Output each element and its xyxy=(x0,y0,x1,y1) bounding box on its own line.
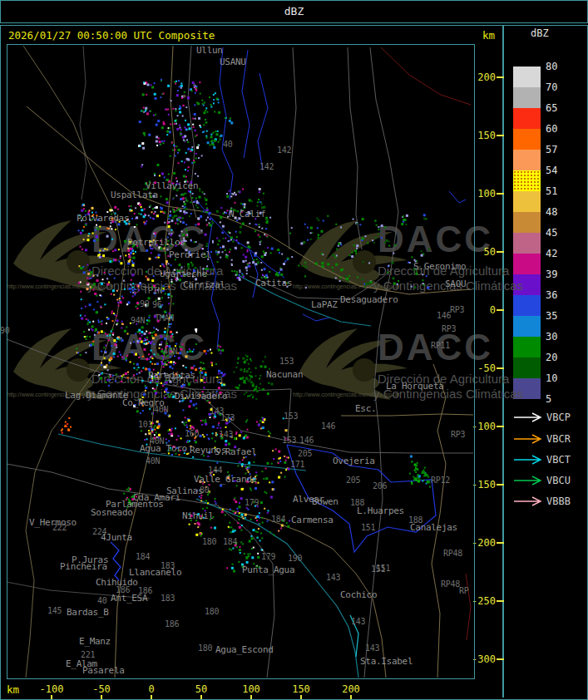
watermark-dacc-text: DACC xyxy=(91,219,207,260)
watermark-dacc-text: DACC xyxy=(378,219,493,260)
watermark-line1: Dirección de Agricultura xyxy=(91,372,223,386)
radar-app-window: dBZ 2026/01/27 00:50:00 UTC Composite km… xyxy=(0,0,588,700)
watermark-url: http://www.contingencias.mendoza.gov.ar xyxy=(7,283,114,289)
watermark-url: http://www.contingencias.mendoza.gov.ar xyxy=(293,283,400,289)
watermark-dacc-text: DACC xyxy=(378,327,493,368)
watermark-line1: Dirección de Agricultura xyxy=(378,264,509,278)
watermark-url: http://www.contingencias.mendoza.gov.ar xyxy=(293,392,400,397)
watermark-layer: DACCDirección de Agriculturay Contingenc… xyxy=(0,0,588,700)
watermark-line1: Dirección de Agricultura xyxy=(378,372,509,386)
watermark-dacc-text: DACC xyxy=(91,327,207,368)
watermark-line1: Dirección de Agricultura xyxy=(91,264,223,278)
watermark-url: http://www.contingencias.mendoza.gov.ar xyxy=(7,392,114,397)
